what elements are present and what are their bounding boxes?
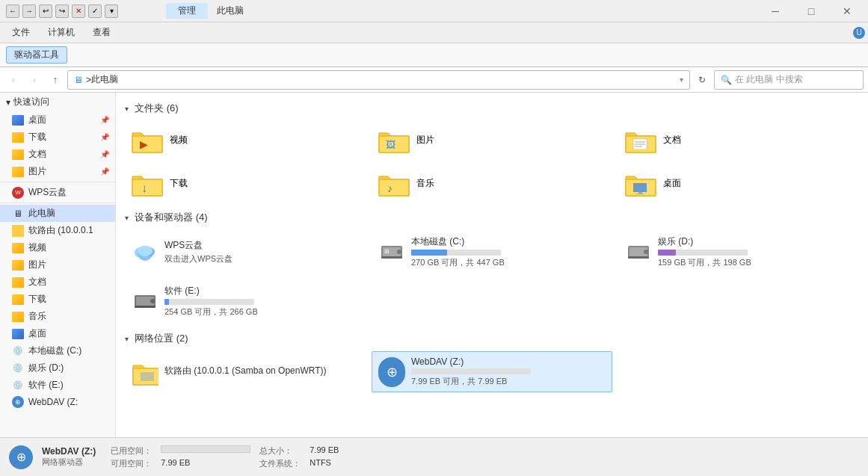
menu-view[interactable]: 查看 (84, 25, 120, 40)
sidebar-item-videos[interactable]: 视频 (0, 239, 115, 256)
search-icon: 🔍 (721, 75, 732, 85)
ribbon: 驱动器工具 (0, 43, 868, 67)
pin-icon: 📌 (100, 116, 109, 124)
sidebar-item-label: 软路由 (10.0.0.1 (28, 224, 93, 237)
folder-label: 桌面 (663, 177, 681, 190)
svg-rect-30 (381, 256, 402, 259)
folder-item-video[interactable]: ▶ 视频 (125, 121, 366, 158)
sidebar-item-e[interactable]: 💿 软件 (E:) (0, 377, 115, 394)
network-section-header: ▾ 网络位置 (2) (125, 332, 859, 345)
checkmark-icon[interactable]: ✓ (88, 4, 102, 18)
network-title: 网络位置 (2) (135, 332, 188, 345)
sidebar-item-router[interactable]: 软路由 (10.0.0.1 (0, 222, 115, 239)
wps-icon: W (12, 187, 24, 199)
sidebar-item-c[interactable]: 💿 本地磁盘 (C:) (0, 342, 115, 359)
devices-chevron[interactable]: ▾ (125, 214, 129, 222)
sidebar-item-desktop[interactable]: 桌面 📌 (0, 111, 115, 129)
svg-text:↓: ↓ (141, 182, 147, 194)
sidebar-item-label: 文档 (28, 276, 46, 288)
sidebar-item-label: 本地磁盘 (C:) (28, 344, 81, 357)
sidebar-item-label: 娱乐 (D:) (28, 362, 64, 374)
network-item-webdav[interactable]: ⊕ WebDAV (Z:) 7.99 EB 可用，共 7.99 EB (372, 351, 612, 392)
disk-e-icon (132, 288, 158, 315)
active-tab[interactable]: 管理 (166, 3, 208, 19)
sidebar-item-d[interactable]: 💿 娱乐 (D:) (0, 359, 115, 377)
ribbon-driver-tools[interactable]: 驱动器工具 (6, 46, 67, 64)
drive-item-c[interactable]: ⊞ 本地磁盘 (C:) 270 GB 可用，共 447 GB (372, 230, 612, 273)
folder-label: 图片 (416, 134, 434, 146)
svg-rect-39 (135, 306, 156, 308)
infobar-drive-icon: ⊕ (9, 445, 33, 469)
forward-icon[interactable]: → (22, 4, 36, 18)
back-icon[interactable]: ← (6, 4, 19, 18)
sidebar-item-downloads[interactable]: 下载 📌 (0, 129, 115, 146)
infobar-name: WebDAV (Z:) (42, 446, 96, 457)
drive-desc: 双击进入WPS云盘 (164, 253, 359, 265)
folder-item-music[interactable]: ♪ 音乐 (372, 164, 612, 202)
c-drive-info: 本地磁盘 (C:) 270 GB 可用，共 447 GB (411, 235, 606, 268)
address-current: 此电脑 (91, 73, 118, 86)
close-icon[interactable]: ✕ (72, 4, 85, 18)
quick-access-header[interactable]: ▾ 快速访问 (0, 93, 115, 111)
sidebar-item-label: 音乐 (28, 310, 46, 323)
drive-item-e[interactable]: 软件 (E:) 254 GB 可用，共 266 GB (125, 279, 366, 323)
sidebar-item-pics[interactable]: 图片 (0, 256, 115, 273)
svg-text:▶: ▶ (140, 138, 148, 150)
drive-item-d[interactable]: 娱乐 (D:) 159 GB 可用，共 198 GB (618, 230, 859, 273)
dropdown-icon[interactable]: ▾ (680, 75, 683, 84)
sidebar-item-docs[interactable]: 文档 📌 (0, 146, 115, 163)
search-box[interactable]: 🔍 在 此电脑 中搜索 (714, 70, 864, 90)
d-drive-info: 娱乐 (D:) 159 GB 可用，共 198 GB (658, 235, 852, 268)
folder-item-desktop[interactable]: 桌面 (618, 164, 859, 202)
drive-bar (411, 250, 447, 256)
total-label: 总大小： (259, 445, 301, 457)
refresh-button[interactable]: ↻ (693, 71, 711, 89)
folder-item-download[interactable]: ↓ 下载 (125, 164, 366, 202)
address-box[interactable]: 🖥 > 此电脑 ▾ (67, 70, 690, 90)
menu-file[interactable]: 文件 (3, 25, 39, 40)
titlebar: ← → ↩ ↪ ✕ ✓ ▾ 管理 此电脑 ─ □ ✕ (0, 0, 868, 22)
sidebar-item-webdav[interactable]: ⊕ WebDAV (Z: (0, 394, 115, 410)
drive-name: 娱乐 (D:) (658, 235, 852, 248)
sidebar-item-music[interactable]: 音乐 (0, 308, 115, 325)
folders-section-header: ▾ 文件夹 (6) (125, 102, 859, 115)
network-chevron[interactable]: ▾ (125, 335, 129, 343)
close-button[interactable]: ✕ (832, 1, 862, 22)
nav-up-button[interactable]: ↑ (46, 71, 64, 89)
sidebar-item-desktop2[interactable]: 桌面 (0, 325, 115, 342)
sidebar-item-label: 软件 (E:) (28, 379, 64, 392)
network-item-router[interactable]: 软路由 (10.0.0.1 (Samba on OpenWRT)) (125, 351, 366, 392)
svg-point-29 (397, 250, 401, 254)
window-controls: ─ □ ✕ (760, 1, 862, 22)
undo-icon[interactable]: ↩ (39, 4, 52, 18)
pin-icon: 📌 (100, 150, 109, 158)
sidebar-item-dl[interactable]: 下载 (0, 291, 115, 308)
down-icon[interactable]: ▾ (105, 4, 118, 18)
folder-item-docs[interactable]: 文档 (618, 121, 859, 158)
network-icon (12, 225, 24, 237)
svg-rect-35 (628, 256, 649, 259)
sidebar-separator2 (0, 203, 115, 203)
drive-item-wps[interactable]: WPS云盘 双击进入WPS云盘 (125, 230, 366, 273)
folder-item-picture[interactable]: 🖼 图片 (372, 121, 612, 158)
drive-name: 软件 (E:) (164, 285, 359, 297)
sidebar-item-thispc[interactable]: 🖥 此电脑 (0, 205, 115, 222)
svg-text:⊞: ⊞ (384, 248, 390, 255)
nav-forward-button[interactable]: › (25, 71, 43, 89)
sidebar-item-docs2[interactable]: 文档 (0, 273, 115, 291)
minimize-button[interactable]: ─ (760, 1, 790, 22)
drive-name: WebDAV (Z:) (411, 356, 606, 367)
sidebar-item-pictures[interactable]: 图片 📌 (0, 163, 115, 180)
redo-icon[interactable]: ↪ (55, 4, 69, 18)
nav-back-button[interactable]: ‹ (4, 71, 22, 89)
maximize-button[interactable]: □ (796, 1, 826, 22)
menu-computer[interactable]: 计算机 (39, 25, 84, 40)
sidebar-item-label: WebDAV (Z: (28, 397, 78, 407)
folders-chevron[interactable]: ▾ (125, 105, 129, 113)
disk-d-icon (625, 238, 652, 265)
infobar-bar-container (161, 445, 250, 453)
sidebar-item-wps[interactable]: W WPS云盘 (0, 184, 115, 201)
disk-c-icon: 💿 (12, 345, 24, 357)
drive-bar (658, 250, 676, 256)
fs-label: 文件系统： (259, 458, 301, 469)
